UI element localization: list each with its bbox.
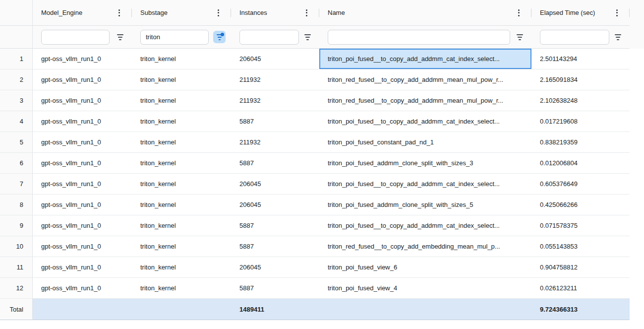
cell-model-engine[interactable]: gpt-oss_vllm_run1_0 [33,69,132,90]
cell-elapsed-time[interactable]: 0.838219359 [531,132,630,153]
cell-name[interactable]: triton_poi_fused__to_copy_add_addmm_cat_… [319,215,531,236]
table-row: 9 gpt-oss_vllm_run1_0 triton_kernel 5887… [0,215,644,236]
instances-filter-input[interactable] [239,30,299,45]
row-filler [630,236,644,257]
cell-instances[interactable]: 206045 [231,174,319,195]
filter-row [0,26,644,49]
filter-button[interactable] [514,31,526,43]
cell-model-engine[interactable]: gpt-oss_vllm_run1_0 [33,49,132,69]
cell-name[interactable]: triton_poi_fused_constant_pad_nd_1 [319,132,531,153]
cell-substage[interactable]: triton_kernel [132,132,231,153]
cell-elapsed-time[interactable]: 0.026123211 [531,278,630,299]
cell-instances[interactable]: 206045 [231,49,319,69]
header-cell-elapsed-time[interactable]: Elapsed Time (sec) [531,0,630,26]
cell-substage[interactable]: triton_kernel [132,69,231,90]
cell-elapsed-time[interactable]: 0.425066266 [531,195,630,215]
header-cell-instances[interactable]: Instances [231,0,319,26]
cell-elapsed-time[interactable]: 0.904758812 [531,257,630,278]
elapsed-time-filter-input[interactable] [540,30,609,45]
filter-button[interactable] [612,31,624,43]
cell-model-engine[interactable]: gpt-oss_vllm_run1_0 [33,278,132,299]
cell-model-engine[interactable]: gpt-oss_vllm_run1_0 [33,111,132,132]
header-cell-row-number [0,0,33,26]
kebab-menu-icon[interactable] [516,6,522,19]
cell-instances[interactable]: 206045 [231,195,319,215]
name-filter-input[interactable] [328,30,510,45]
cell-elapsed-time[interactable]: 2.501143294 [531,49,630,69]
cell-elapsed-time[interactable]: 0.055143853 [531,236,630,257]
cell-instances[interactable]: 211932 [231,132,319,153]
cell-substage[interactable]: triton_kernel [132,215,231,236]
cell-model-engine[interactable]: gpt-oss_vllm_run1_0 [33,132,132,153]
kebab-menu-icon[interactable] [215,6,222,19]
cell-substage[interactable]: triton_kernel [132,153,231,174]
cell-name[interactable]: triton_poi_fused__to_copy_add_addmm_cat_… [319,111,531,132]
cell-instances[interactable]: 206045 [231,257,319,278]
cell-elapsed-time[interactable]: 0.012006804 [531,153,630,174]
cell-instances[interactable]: 5887 [231,111,319,132]
cell-model-engine[interactable]: gpt-oss_vllm_run1_0 [33,90,132,111]
cell-substage[interactable]: triton_kernel [132,111,231,132]
kebab-menu-icon[interactable] [614,6,620,19]
cell-elapsed-time[interactable]: 0.071578375 [531,215,630,236]
cell-model-engine[interactable]: gpt-oss_vllm_run1_0 [33,174,132,195]
cell-model-engine[interactable]: gpt-oss_vllm_run1_0 [33,215,132,236]
table-row: 6 gpt-oss_vllm_run1_0 triton_kernel 5887… [0,153,644,174]
cell-model-engine[interactable]: gpt-oss_vllm_run1_0 [33,153,132,174]
cell-name[interactable]: triton_red_fused__to_copy_add_addmm_mean… [319,90,531,111]
cell-substage[interactable]: triton_kernel [132,278,231,299]
cell-substage[interactable]: triton_kernel [132,49,231,69]
cell-substage[interactable]: triton_kernel [132,236,231,257]
cell-instances[interactable]: 5887 [231,236,319,257]
header-cell-model-engine[interactable]: Model_Engine [33,0,132,26]
cell-instances[interactable]: 5887 [231,215,319,236]
cell-elapsed-time[interactable]: 2.165091834 [531,69,630,90]
cell-name[interactable]: triton_red_fused__to_copy_add_embedding_… [319,236,531,257]
model-engine-filter-input[interactable] [41,30,110,45]
cell-model-engine[interactable]: gpt-oss_vllm_run1_0 [33,236,132,257]
filter-button[interactable] [114,31,126,43]
kebab-menu-icon[interactable] [116,6,122,19]
filter-filler [630,26,644,49]
cell-model-engine[interactable]: gpt-oss_vllm_run1_0 [33,257,132,278]
cell-name[interactable]: triton_red_fused__to_copy_add_addmm_mean… [319,69,531,90]
filter-lines-icon [304,34,311,40]
total-elapsed-value: 9.724366313 [540,306,578,313]
row-filler [630,132,644,153]
cell-elapsed-time[interactable]: 2.102638248 [531,90,630,111]
cell-substage[interactable]: triton_kernel [132,257,231,278]
column-label: Name [328,9,345,16]
filter-button[interactable] [301,31,314,43]
cell-instances[interactable]: 5887 [231,278,319,299]
cell-name[interactable]: triton_poi_fused__to_copy_add_addmm_cat_… [319,174,531,195]
cell-name[interactable]: triton_poi_fused_view_6 [319,257,531,278]
table-row: 10 gpt-oss_vllm_run1_0 triton_kernel 588… [0,236,644,257]
row-number-cell: 4 [0,111,33,132]
cell-substage[interactable]: triton_kernel [132,90,231,111]
header-cell-substage[interactable]: Substage [132,0,231,26]
cell-elapsed-time[interactable]: 0.017219608 [531,111,630,132]
substage-filter-input[interactable] [140,30,209,45]
cell-name[interactable]: triton_poi_fused_addmm_clone_split_with_… [319,153,531,174]
cell-instances[interactable]: 5887 [231,153,319,174]
cell-elapsed-time[interactable]: 0.605376649 [531,174,630,195]
table-row: 1 gpt-oss_vllm_run1_0 triton_kernel 2060… [0,49,644,69]
cell-instances[interactable]: 211932 [231,69,319,90]
cell-name[interactable]: triton_poi_fused_view_4 [319,278,531,299]
total-cell-instances: 1489411 [231,299,319,320]
kebab-menu-icon[interactable] [303,6,310,19]
cell-substage[interactable]: triton_kernel [132,174,231,195]
filter-lines-icon [117,34,123,40]
cell-name[interactable]: triton_poi_fused__to_copy_add_addmm_cat_… [319,49,531,69]
cell-instances[interactable]: 211932 [231,90,319,111]
table-row: 3 gpt-oss_vllm_run1_0 triton_kernel 2119… [0,90,644,111]
header-cell-name[interactable]: Name [319,0,531,26]
cell-substage[interactable]: triton_kernel [132,195,231,215]
cell-model-engine[interactable]: gpt-oss_vllm_run1_0 [33,195,132,215]
total-instances-value: 1489411 [239,306,264,313]
total-label: Total [10,306,23,313]
cell-name[interactable]: triton_poi_fused_addmm_clone_split_with_… [319,195,531,215]
total-filler [630,299,644,320]
rows-viewport: 1 gpt-oss_vllm_run1_0 triton_kernel 2060… [0,49,644,299]
filter-button-active[interactable] [213,31,226,43]
